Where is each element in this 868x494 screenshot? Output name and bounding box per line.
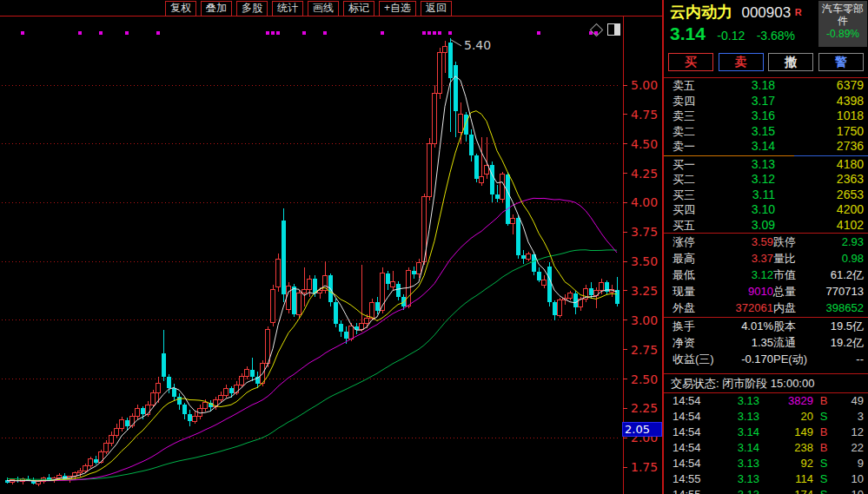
svg-text:2.25: 2.25 <box>631 401 658 415</box>
margin-flag: R <box>795 7 802 17</box>
buy-button[interactable]: 买 <box>668 53 713 71</box>
split-pane-icon[interactable] <box>607 23 620 36</box>
tick-row: 14:543.133829B49 <box>664 393 868 409</box>
bid-row[interactable]: 买四3.104200 <box>664 202 868 218</box>
toolbar-button-overlay[interactable]: 叠加 <box>201 1 232 16</box>
stats-row: 现量9010总量770713 <box>664 283 868 300</box>
toolbar-button-fuquan[interactable]: 复权 <box>165 1 196 16</box>
svg-text:2.50: 2.50 <box>631 372 658 386</box>
tick-row: 14:543.1392S9 <box>664 456 868 471</box>
stats-row: 外盘372061内盘398652 <box>664 300 868 316</box>
sector-name: 汽车零部件 <box>822 3 864 27</box>
stock-app: { "toolbar": {"buttons": ["复权","叠加","多股"… <box>0 0 868 494</box>
tick-row: 14:543.14238B22 <box>664 440 868 456</box>
svg-text:5.40: 5.40 <box>464 38 491 52</box>
stats-row: 收益(三)-0.170PE(动)-- <box>664 351 868 367</box>
ask-row[interactable]: 卖一3.142736 <box>664 139 868 155</box>
diamond-icon[interactable] <box>590 23 604 36</box>
svg-text:2.75: 2.75 <box>631 343 658 357</box>
toolbar-button-add-watch[interactable]: +自选 <box>379 1 416 16</box>
quote-panel: 云内动力 000903 R 3.14 -0.12 -3.68% 汽车零部件 -0… <box>662 0 868 494</box>
tick-row: 14:543.1320S3 <box>664 409 868 425</box>
ask-row[interactable]: 卖五3.186379 <box>664 78 868 94</box>
trading-status-bar: 交易状态: 闭市阶段 15:00:00 <box>664 373 868 393</box>
svg-text:5.00: 5.00 <box>631 78 658 92</box>
chart-corner-icons <box>592 23 620 36</box>
sell-button[interactable]: 卖 <box>719 53 764 71</box>
stats-row: 最低3.12市值61.2亿 <box>664 267 868 283</box>
ask-row[interactable]: 卖四3.174398 <box>664 94 868 109</box>
cancel-order-button[interactable]: 撤 <box>768 53 813 71</box>
stats-row: 涨停3.59跌停2.93 <box>664 234 868 250</box>
quote-header: 云内动力 000903 R 3.14 -0.12 -3.68% 汽车零部件 -0… <box>664 0 868 50</box>
toolbar-button-multi[interactable]: 多股 <box>236 1 268 16</box>
order-book: 卖五3.186379 卖四3.174398 卖三3.161018 卖二3.151… <box>664 77 868 234</box>
bid-row[interactable]: 买一3.134180 <box>664 157 868 173</box>
stats-row: 换手4.01%股本19.5亿 <box>664 318 868 334</box>
ask-row[interactable]: 卖二3.151750 <box>664 124 868 140</box>
stats-row: 最高3.37量比0.98 <box>664 250 868 267</box>
stats-table: 涨停3.59跌停2.93 最高3.37量比0.98 最低3.12市值61.2亿 … <box>664 234 868 367</box>
stats-row: 净资1.35流通19.2亿 <box>664 334 868 351</box>
tick-row: 14:553.13174S10 <box>664 487 868 494</box>
bid-row[interactable]: 买二3.122363 <box>664 172 868 188</box>
tick-list[interactable]: 14:543.133829B49 14:543.1320S3 14:543.14… <box>664 393 868 494</box>
toolbar-button-stats[interactable]: 统计 <box>272 1 303 16</box>
toolbar-button-drawline[interactable]: 画线 <box>308 1 339 16</box>
svg-text:4.75: 4.75 <box>631 108 658 122</box>
toolbar-button-mark[interactable]: 标记 <box>343 1 374 16</box>
svg-text:4.00: 4.00 <box>631 195 658 209</box>
last-price: 3.14 <box>670 23 706 43</box>
tick-row: 14:553.13114S10 <box>664 471 868 487</box>
svg-text:3.50: 3.50 <box>631 254 658 268</box>
stock-code: 000903 <box>741 4 791 21</box>
toolbar-button-back[interactable]: 返回 <box>421 1 452 16</box>
sector-badge[interactable]: 汽车零部件 -0.89% <box>818 1 867 47</box>
svg-text:1.75: 1.75 <box>631 460 658 474</box>
svg-text:3.00: 3.00 <box>631 313 658 327</box>
svg-text:3.75: 3.75 <box>631 225 658 239</box>
sector-change: -0.89% <box>818 28 867 40</box>
alert-button[interactable]: 警 <box>818 53 864 71</box>
price-change: -0.12 <box>717 29 745 43</box>
trade-actions: 买 卖 撤 警 <box>664 50 868 74</box>
price-change-pct: -3.68% <box>757 29 795 43</box>
tick-row: 14:543.14149B12 <box>664 425 868 440</box>
kline-chart-area[interactable]: 5.004.754.504.254.003.753.503.253.002.75… <box>0 0 662 494</box>
stock-name: 云内动力 <box>670 3 732 21</box>
bid-row[interactable]: 买三3.112653 <box>664 188 868 203</box>
ask-row[interactable]: 卖三3.161018 <box>664 109 868 124</box>
chart-toolbar: 复权 叠加 多股 统计 画线 标记 +自选 返回 <box>165 1 452 16</box>
kline-chart[interactable]: 5.004.754.504.254.003.753.503.253.002.75… <box>0 0 662 494</box>
svg-text:4.25: 4.25 <box>631 167 658 181</box>
bid-row[interactable]: 买五3.094102 <box>664 218 868 234</box>
svg-text:4.50: 4.50 <box>631 137 658 151</box>
svg-text:3.25: 3.25 <box>631 284 658 298</box>
svg-text:2.05: 2.05 <box>625 423 650 436</box>
